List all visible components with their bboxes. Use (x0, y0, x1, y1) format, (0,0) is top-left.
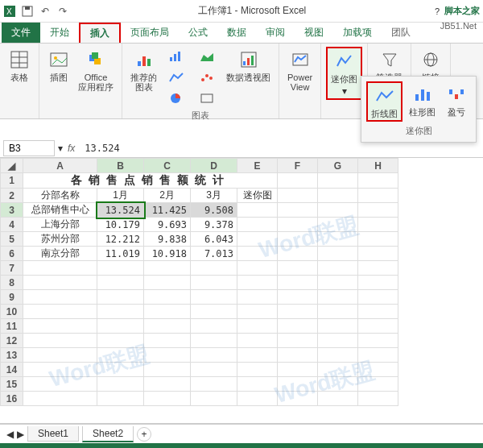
tab-layout[interactable]: 页面布局 (121, 23, 179, 43)
tab-formula[interactable]: 公式 (179, 23, 217, 43)
sheet-tab[interactable]: Sheet1 (27, 426, 79, 442)
cell[interactable]: 2月 (144, 189, 191, 203)
col-header[interactable]: H (358, 159, 398, 173)
col-header[interactable]: G (318, 159, 358, 173)
tab-review[interactable]: 审阅 (256, 23, 295, 43)
row-header[interactable]: 7 (1, 261, 23, 276)
row-header[interactable]: 9 (1, 290, 23, 305)
powerview-icon (289, 48, 312, 71)
undo-icon[interactable]: ↶ (39, 5, 52, 18)
recommended-charts-button[interactable]: 推荐的 图表 (127, 47, 160, 108)
add-sheet-button[interactable]: + (137, 427, 151, 442)
cell[interactable]: 分部名称 (23, 189, 97, 203)
tab-home[interactable]: 开始 (40, 23, 79, 43)
col-header[interactable]: A (23, 159, 97, 173)
cell[interactable]: 9.508 (191, 203, 237, 218)
ribbon-tabs: 文件 开始 插入 页面布局 公式 数据 审阅 视图 加载项 团队 (0, 23, 483, 44)
tab-file[interactable]: 文件 (2, 23, 40, 43)
sparkline-icon (333, 50, 356, 73)
scatter-chart-icon[interactable] (192, 68, 221, 87)
sheet-nav-prev-icon[interactable]: ◀ (6, 429, 14, 440)
row-header[interactable]: 1 (1, 173, 23, 189)
image-button[interactable]: 插图 (44, 47, 73, 93)
col-header[interactable]: E (237, 159, 278, 173)
svg-rect-24 (201, 94, 213, 102)
cell[interactable]: 10.179 (97, 218, 144, 232)
bar-chart-icon[interactable] (162, 47, 191, 66)
tab-team[interactable]: 团队 (382, 23, 420, 43)
spreadsheet-grid[interactable]: ◢ A B C D E F G H 1各销售点销售额统计 2 分部名称 1月 2… (0, 158, 483, 424)
save-icon[interactable] (21, 5, 34, 18)
name-box[interactable] (3, 140, 55, 156)
row-header[interactable]: 14 (1, 363, 23, 377)
col-header[interactable]: B (97, 159, 144, 173)
row-header[interactable]: 8 (1, 276, 23, 290)
other-chart-icon[interactable] (192, 89, 221, 108)
row-header[interactable]: 13 (1, 348, 23, 363)
sparkline-button[interactable]: 迷你图▾ (326, 47, 362, 100)
cell[interactable]: 11.425 (144, 203, 191, 218)
help-icon[interactable]: ? (435, 6, 440, 16)
tab-data[interactable]: 数据 (217, 23, 256, 43)
cell[interactable]: 各销售点销售额统计 (23, 173, 278, 189)
svg-rect-36 (427, 92, 430, 101)
cell[interactable]: 总部销售中心 (23, 203, 97, 218)
svg-rect-14 (142, 56, 146, 66)
fx-icon[interactable]: fx (63, 143, 80, 154)
cell[interactable]: 9.378 (191, 218, 237, 232)
cell[interactable]: 3月 (191, 189, 237, 203)
cell[interactable]: 南京分部 (23, 247, 97, 261)
sheet-tab-active[interactable]: Sheet2 (82, 426, 134, 442)
filter-icon (378, 48, 401, 71)
col-header[interactable]: F (278, 159, 318, 173)
sparkline-column-button[interactable]: 柱形图 (406, 81, 439, 122)
col-header[interactable]: C (144, 159, 191, 173)
svg-rect-13 (138, 61, 141, 66)
cell[interactable]: 12.212 (97, 232, 144, 247)
cell-active[interactable]: 13.524 (97, 203, 144, 218)
row-header[interactable]: 10 (1, 305, 23, 319)
cell[interactable]: 1月 (97, 189, 144, 203)
pie-chart-icon[interactable] (162, 89, 191, 108)
line-chart-icon[interactable] (162, 68, 191, 87)
row-header[interactable]: 11 (1, 319, 23, 334)
cell[interactable]: 11.019 (97, 247, 144, 261)
cell[interactable]: 9.693 (144, 218, 191, 232)
svg-rect-3 (25, 6, 30, 10)
row-header[interactable]: 5 (1, 232, 23, 247)
row-header[interactable]: 16 (1, 392, 23, 406)
svg-marker-30 (383, 54, 396, 66)
row-header[interactable]: 6 (1, 247, 23, 261)
powerview-button[interactable]: Power View (284, 47, 316, 93)
row-header[interactable]: 4 (1, 218, 23, 232)
redo-icon[interactable]: ↷ (56, 5, 69, 18)
status-bar: 平均值: 11.48566667 计数: 3 求和: 34.457 ▦ ▣ ▤ … (0, 443, 483, 448)
svg-point-21 (201, 78, 204, 81)
cell[interactable]: 10.918 (144, 247, 191, 261)
office-apps-button[interactable]: Office 应用程序 (75, 47, 117, 93)
col-header[interactable]: D (191, 159, 237, 173)
tab-addin[interactable]: 加载项 (333, 23, 382, 43)
sheet-nav-next-icon[interactable]: ▶ (17, 429, 24, 440)
svg-rect-27 (247, 58, 250, 65)
window-title: 工作簿1 - Microsoft Excel (69, 4, 435, 18)
cell[interactable]: 6.043 (191, 232, 237, 247)
tab-insert[interactable]: 插入 (79, 23, 121, 43)
cell[interactable]: 苏州分部 (23, 232, 97, 247)
sparkline-winloss-button[interactable]: 盈亏 (442, 81, 471, 122)
cell[interactable]: 9.838 (144, 232, 191, 247)
cell[interactable]: 7.013 (191, 247, 237, 261)
row-header[interactable]: 2 (1, 189, 23, 203)
row-header[interactable]: 12 (1, 334, 23, 348)
sparkline-line-button[interactable]: 折线图 (366, 81, 402, 122)
table-button[interactable]: 表格 (5, 47, 34, 84)
cell[interactable]: 上海分部 (23, 218, 97, 232)
pivot-chart-button[interactable]: 数据透视图 (223, 47, 274, 108)
select-all-corner[interactable]: ◢ (1, 159, 23, 173)
tab-view[interactable]: 视图 (295, 23, 333, 43)
formula-input[interactable]: 13.524 (80, 141, 483, 156)
area-chart-icon[interactable] (192, 47, 221, 66)
row-header[interactable]: 3 (1, 203, 23, 218)
cell[interactable]: 迷你图 (237, 189, 278, 203)
row-header[interactable]: 15 (1, 377, 23, 392)
